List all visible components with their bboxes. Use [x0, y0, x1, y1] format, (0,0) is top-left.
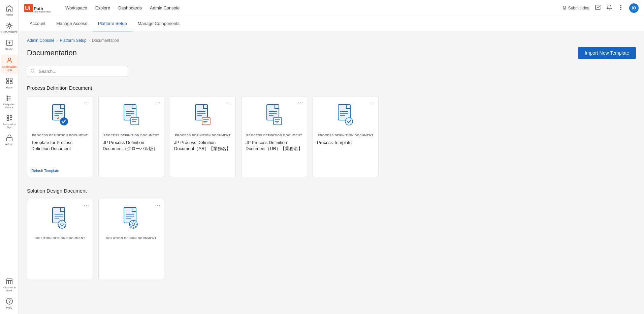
search-input[interactable]: [27, 66, 128, 77]
svg-rect-3: [6, 78, 8, 80]
sidebar-item-orchestrator[interactable]: Orchestrator: [1, 20, 18, 36]
svg-point-15: [9, 303, 9, 303]
sidebar-label-apps: Apps: [6, 86, 12, 89]
card-jp-pdd-global[interactable]: ··· PROCESS DEFINITION: [98, 96, 164, 177]
svg-rect-39: [202, 117, 210, 125]
card-jp-pdd-ur[interactable]: ··· UR PROCESS DEFINITI: [241, 96, 307, 177]
more-icon[interactable]: [618, 4, 624, 12]
card-icon-area-sdd-1: [103, 203, 160, 234]
bell-icon[interactable]: [606, 4, 612, 12]
card-sdd-1[interactable]: ··· SOLUTION DESIGN DO: [27, 199, 93, 280]
checklist-icon[interactable]: [595, 4, 601, 12]
card-badge-0: Default Template: [31, 169, 89, 173]
import-new-template-button[interactable]: Import New Template: [578, 47, 636, 59]
topnav-dashboards[interactable]: Dashboards: [118, 4, 142, 12]
svg-rect-10: [7, 116, 9, 118]
tab-manage-access[interactable]: Manage Access: [51, 16, 93, 31]
topnav-explore[interactable]: Explore: [95, 4, 110, 12]
card-name-0: Template for Process Definition Document: [31, 140, 89, 166]
process-definition-title: Process Definition Document: [27, 85, 636, 91]
card-icon-area-4: [317, 101, 374, 131]
svg-point-0: [8, 25, 10, 27]
card-name-2: JP Process Definition Document（AR）【業務名】: [174, 140, 231, 173]
svg-point-21: [620, 5, 621, 6]
sidebar-item-apps[interactable]: Apps: [1, 75, 18, 91]
pdd-icon-3: UR: [264, 104, 284, 127]
tab-bar: Account Manage Access Platform Setup Man…: [19, 16, 644, 31]
card-type-2: PROCESS DEFINITION DOCUMENT: [174, 134, 231, 137]
submit-idea-label: Submit idea: [568, 6, 589, 10]
pdd-icon-1: [121, 104, 141, 127]
svg-point-2: [8, 58, 10, 60]
sidebar-label-studio: Studio: [5, 48, 13, 51]
main-area: Ui Path Automation Hub Workspace Explore…: [19, 0, 644, 314]
sidebar-item-automation-hub[interactable]: Automation Hub: [1, 55, 18, 74]
svg-text:Automation Hub: Automation Hub: [34, 10, 51, 13]
card-menu-3[interactable]: ···: [298, 100, 303, 106]
svg-point-14: [6, 298, 12, 304]
page-header: Documentation Import New Template: [27, 47, 636, 59]
sidebar-item-store[interactable]: Automation Store: [1, 276, 18, 294]
svg-rect-34: [131, 117, 139, 125]
breadcrumb-sep-2: ›: [89, 38, 90, 43]
card-sdd-2[interactable]: ··· SOLUTION DESIGN DO: [98, 199, 164, 280]
tab-manage-components[interactable]: Manage Components: [132, 16, 185, 31]
sidebar-item-home[interactable]: Home: [1, 3, 18, 19]
location-icon: [562, 6, 567, 10]
uipath-logo: Ui Path Automation Hub: [24, 3, 55, 13]
svg-rect-11: [10, 116, 12, 118]
card-name-3: JP Process Definition Document（UR）【業務名】: [246, 140, 303, 173]
sidebar-label-integration: Integration Service: [2, 103, 17, 109]
sidebar-item-help[interactable]: Help: [1, 295, 18, 311]
topnav-workspace[interactable]: Workspace: [65, 4, 87, 12]
card-icon-area-1: [103, 101, 160, 131]
card-template-pdd[interactable]: ··· PROCESS DEFINITION: [27, 96, 93, 177]
card-menu-4[interactable]: ···: [369, 100, 375, 106]
sidebar-label-automation-ops: Automation Ops: [2, 123, 17, 129]
card-icon-area-0: [31, 101, 89, 131]
sidebar-label-admin: Admin: [5, 143, 13, 146]
sidebar-item-automation-ops[interactable]: Automation Ops: [1, 112, 18, 131]
svg-point-8: [7, 98, 8, 99]
user-avatar[interactable]: IO: [629, 3, 639, 13]
solution-design-title: Solution Design Document: [27, 188, 636, 194]
tab-account[interactable]: Account: [24, 16, 51, 31]
card-icon-area-2: AR: [174, 101, 231, 131]
sidebar-item-integration[interactable]: Integration Service: [1, 92, 18, 111]
topnav-admin-console[interactable]: Admin Console: [150, 4, 180, 12]
sidebar-label-orchestrator: Orchestrator: [1, 30, 17, 34]
card-name-4: Process Template: [317, 140, 374, 173]
sdd-icon-1: [121, 207, 141, 230]
card-name-1: JP Process Definition Document（グローバル版）: [103, 140, 160, 173]
svg-rect-13: [6, 138, 12, 141]
card-type-sdd-0: SOLUTION DESIGN DOCUMENT: [31, 236, 89, 240]
card-menu-0[interactable]: ···: [84, 100, 89, 106]
card-menu-sdd-0[interactable]: ···: [84, 203, 89, 209]
tab-platform-setup[interactable]: Platform Setup: [93, 16, 132, 31]
card-menu-2[interactable]: ···: [227, 100, 232, 106]
card-type-4: PROCESS DEFINITION DOCUMENT: [317, 134, 374, 137]
breadcrumb-admin-console[interactable]: Admin Console: [27, 38, 54, 43]
sidebar-label-home: Home: [5, 13, 13, 17]
card-menu-sdd-1[interactable]: ···: [155, 203, 161, 209]
card-process-template[interactable]: ··· PROCESS DEFINITION DOCUMENT: [313, 96, 379, 177]
content-area: Admin Console › Platform Setup › Documen…: [19, 31, 644, 314]
submit-idea-button[interactable]: Submit idea: [562, 6, 589, 10]
card-jp-pdd-ar[interactable]: ··· AR PROCESS DEFINITI: [170, 96, 236, 177]
card-type-sdd-1: SOLUTION DESIGN DOCUMENT: [103, 236, 160, 240]
breadcrumb-platform-setup[interactable]: Platform Setup: [60, 38, 86, 43]
solution-design-cards: ··· SOLUTION DESIGN DO: [27, 199, 636, 280]
pdd-icon-4: [335, 104, 356, 127]
breadcrumb-sep-1: ›: [56, 38, 58, 43]
card-menu-1[interactable]: ···: [155, 100, 161, 106]
sidebar-item-studio[interactable]: Studio: [1, 37, 18, 53]
svg-point-20: [564, 7, 565, 8]
page-title: Documentation: [27, 49, 77, 57]
sidebar-item-admin[interactable]: Admin: [1, 132, 18, 148]
svg-rect-45: [273, 117, 282, 125]
pdd-icon-2: AR: [193, 104, 213, 127]
svg-rect-6: [10, 82, 12, 84]
breadcrumb-current: Documentation: [92, 38, 119, 43]
svg-point-51: [345, 118, 353, 125]
svg-point-9: [7, 99, 8, 101]
